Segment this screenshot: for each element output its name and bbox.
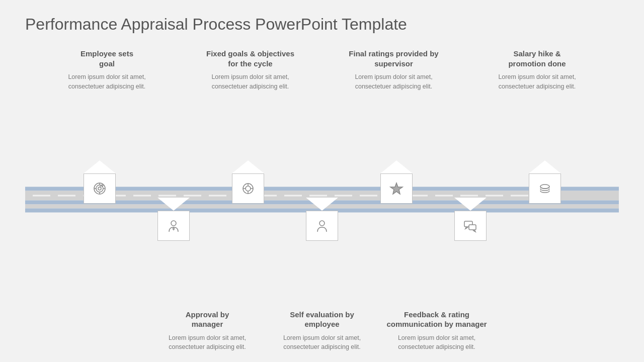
bottom-item-3: Feedback & ratingcommunication by manage…	[381, 310, 492, 352]
pentagon-tip-1	[84, 160, 116, 173]
pentagon-tip-down-3	[454, 198, 487, 211]
arrow-up-1	[84, 160, 116, 204]
scope-icon	[241, 182, 255, 196]
road-dash	[284, 195, 302, 196]
svg-point-9	[246, 186, 251, 191]
arrow-down-1	[157, 198, 190, 241]
top-item-1: Employee setsgoal Lorem ipsum dolor sit …	[52, 49, 163, 92]
pentagon-tip-3	[380, 160, 413, 173]
bottom-labels: Approval bymanager Lorem ipsum dolor sit…	[25, 310, 619, 352]
pentagon-body-4	[529, 173, 561, 204]
coins-icon	[538, 182, 552, 196]
pentagon-body-2	[232, 173, 264, 204]
target-icon	[93, 182, 107, 196]
road-dash	[360, 195, 377, 196]
road-dash	[309, 195, 327, 196]
person-icon	[315, 219, 329, 233]
bottom-item-2-title: Self evaluation byemployee	[290, 310, 354, 329]
top-item-4-title: Salary hike &promotion done	[508, 49, 566, 68]
bottom-item-1-title: Approval bymanager	[186, 310, 229, 329]
road-dash	[486, 195, 503, 196]
arrow-down-3	[454, 198, 487, 241]
page-title: Performance Appraisal Process PowerPoint…	[25, 15, 619, 34]
bottom-item-3-desc: Lorem ipsum dolor sit amet, consectetuer…	[381, 333, 492, 352]
bottom-spacer-right	[496, 310, 607, 352]
page: Performance Appraisal Process PowerPoint…	[0, 0, 644, 362]
top-item-3: Final ratings provided bysupervisor Lore…	[339, 49, 449, 92]
road-dash	[435, 195, 453, 196]
pentagon-tip-down-2	[306, 198, 338, 211]
top-item-2: Fixed goals & objectivesfor the cycle Lo…	[195, 49, 306, 92]
pentagon-tip-4	[529, 160, 561, 173]
svg-marker-14	[390, 183, 403, 194]
top-item-2-title: Fixed goals & objectivesfor the cycle	[206, 49, 294, 68]
top-item-2-desc: Lorem ipsum dolor sit amet, consectetuer…	[195, 72, 306, 92]
road-dash	[58, 195, 75, 196]
main-content: Employee setsgoal Lorem ipsum dolor sit …	[25, 49, 619, 352]
svg-point-2	[98, 187, 101, 190]
top-item-3-title: Final ratings provided bysupervisor	[349, 49, 438, 68]
road-dash	[158, 195, 176, 196]
top-item-4: Salary hike &promotion done Lorem ipsum …	[482, 49, 593, 92]
bottom-item-1: Approval bymanager Lorem ipsum dolor sit…	[152, 310, 263, 352]
arrow-up-2	[232, 160, 264, 204]
pentagon-body-down-2	[306, 211, 338, 241]
arrow-down-2	[306, 198, 338, 241]
top-item-3-desc: Lorem ipsum dolor sit amet, consectetuer…	[339, 72, 449, 92]
bottom-item-3-title: Feedback & ratingcommunication by manage…	[386, 310, 487, 329]
svg-point-1	[96, 185, 103, 192]
pentagon-body-down-3	[454, 211, 487, 241]
bottom-item-2-desc: Lorem ipsum dolor sit amet, consectetuer…	[267, 333, 377, 352]
road-dash	[209, 195, 226, 196]
road-dash	[33, 195, 50, 196]
road-dash	[511, 195, 528, 196]
arrow-up-3	[380, 160, 413, 204]
pentagon-tip-down-1	[157, 198, 190, 211]
top-labels: Employee setsgoal Lorem ipsum dolor sit …	[25, 49, 619, 92]
bottom-item-1-desc: Lorem ipsum dolor sit amet, consectetuer…	[152, 333, 263, 352]
svg-point-16	[171, 221, 176, 226]
top-item-4-desc: Lorem ipsum dolor sit amet, consectetuer…	[482, 72, 593, 92]
road-dash	[335, 195, 352, 196]
chat-icon	[463, 219, 478, 233]
pentagon-body-down-1	[157, 211, 190, 241]
bottom-item-2: Self evaluation byemployee Lorem ipsum d…	[267, 310, 377, 352]
svg-rect-19	[469, 225, 476, 230]
top-item-1-title: Employee setsgoal	[80, 49, 133, 68]
pentagon-tip-2	[232, 160, 264, 173]
manager-icon	[167, 219, 181, 233]
road-dash	[184, 195, 201, 196]
star-icon	[389, 182, 404, 196]
road-dash	[133, 195, 151, 196]
pentagon-body-3	[380, 173, 413, 204]
pentagon-body-1	[84, 173, 116, 204]
road-dash	[410, 195, 428, 196]
arrow-up-4	[529, 160, 561, 204]
top-item-1-desc: Lorem ipsum dolor sit amet, consectetuer…	[52, 72, 163, 92]
road-section	[25, 160, 619, 241]
road-dash	[460, 195, 478, 196]
svg-point-17	[319, 221, 325, 226]
bottom-spacer-left	[37, 310, 148, 352]
